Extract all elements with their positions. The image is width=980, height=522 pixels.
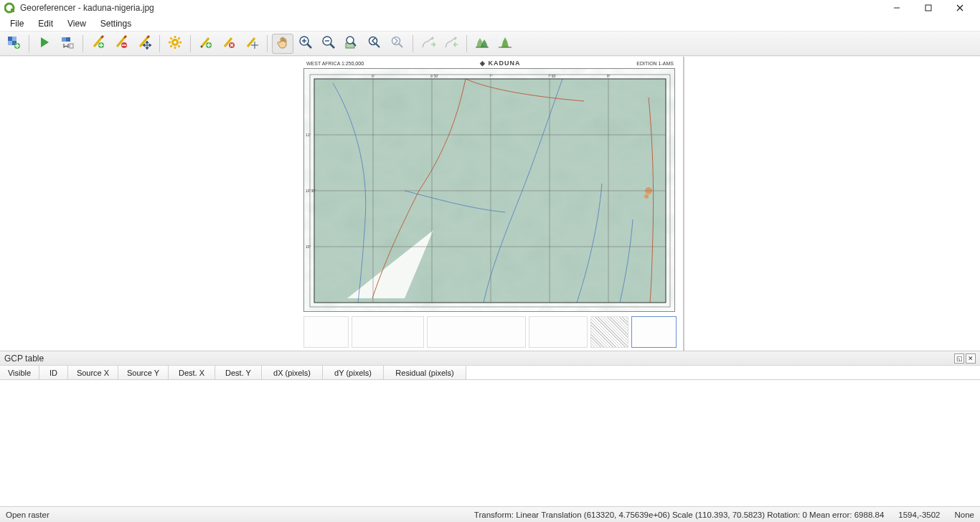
save-gcp-icon: [60, 34, 75, 53]
load-gcp-icon: [198, 34, 214, 53]
gcp-table-panel: GCP table ◱ ✕ VisibleIDSource XSource YD…: [0, 351, 980, 506]
gcp-col-visible[interactable]: Visible: [0, 366, 39, 379]
gcp-col-dest-y[interactable]: Dest. Y: [215, 366, 262, 379]
histogram-full-icon: [474, 34, 490, 53]
transformation-settings-icon: [167, 34, 183, 53]
gcp-col-source-y[interactable]: Source Y: [118, 366, 169, 379]
pan-icon: [275, 34, 291, 53]
svg-point-25: [174, 41, 176, 44]
zoom-in-button[interactable]: [295, 34, 316, 54]
svg-text:8°: 8°: [607, 74, 611, 78]
move-point-icon: [136, 34, 152, 53]
map-svg: 6°6°30'7°7°30'8° 11°10°30'10°: [303, 68, 675, 312]
maximize-button[interactable]: [913, 0, 944, 16]
svg-text:10°30': 10°30': [306, 189, 316, 193]
move-point-button[interactable]: [133, 34, 155, 54]
svg-rect-13: [70, 44, 73, 48]
zoom-next-icon: [390, 34, 405, 53]
svg-line-21: [171, 37, 172, 39]
map-header-title: ◈ KADUNA: [480, 60, 521, 67]
svg-rect-3: [925, 5, 931, 11]
svg-line-22: [178, 45, 179, 47]
toolbar: [0, 32, 980, 56]
menu-view[interactable]: View: [60, 17, 93, 30]
start-georef-icon: [37, 34, 52, 53]
menu-bar: FileEditViewSettings: [0, 16, 980, 32]
close-button[interactable]: [944, 0, 976, 16]
start-georef-button[interactable]: [34, 34, 55, 54]
minimize-button[interactable]: [881, 0, 913, 16]
gcp-table-close-button[interactable]: ✕: [966, 353, 976, 364]
svg-text:6°: 6°: [372, 74, 375, 78]
svg-point-38: [392, 37, 400, 44]
clear-gcp-button[interactable]: [241, 34, 263, 54]
link-georef-icon: [420, 34, 436, 53]
svg-rect-7: [12, 37, 17, 41]
svg-rect-6: [8, 37, 12, 41]
link-qgis-icon: [443, 34, 459, 53]
save-gcp-button[interactable]: [57, 34, 78, 54]
save-gcp-as-button[interactable]: [218, 34, 240, 54]
svg-text:7°: 7°: [489, 74, 493, 78]
map-header: WEST AFRICA 1:250,000 ◈ KADUNA EDITION 1…: [303, 58, 677, 68]
svg-rect-11: [62, 37, 66, 42]
open-raster-button[interactable]: [3, 34, 24, 54]
map-header-left: WEST AFRICA 1:250,000: [306, 61, 364, 66]
map-canvas[interactable]: WEST AFRICA 1:250,000 ◈ KADUNA EDITION 1…: [0, 56, 980, 351]
svg-rect-8: [8, 41, 12, 45]
title-bar: Georeferencer - kaduna-nigeria.jpg: [0, 0, 980, 16]
gcp-table-float-button[interactable]: ◱: [954, 353, 964, 364]
open-raster-icon: [6, 34, 22, 53]
svg-text:6°30': 6°30': [430, 74, 438, 78]
menu-settings[interactable]: Settings: [93, 17, 138, 30]
pan-button[interactable]: [272, 34, 293, 54]
clear-gcp-icon: [244, 34, 260, 53]
svg-point-48: [644, 194, 649, 199]
menu-edit[interactable]: Edit: [31, 17, 60, 30]
add-point-button[interactable]: [88, 34, 109, 54]
gcp-table-titlebar: GCP table ◱ ✕: [0, 351, 980, 366]
zoom-to-layer-icon: [344, 34, 359, 53]
gcp-col-dest-x[interactable]: Dest. X: [169, 366, 215, 379]
load-gcp-button[interactable]: [195, 34, 217, 54]
gcp-table-body[interactable]: [0, 380, 980, 506]
status-right: None: [948, 511, 975, 519]
zoom-out-button[interactable]: [318, 34, 339, 54]
delete-point-icon: [113, 34, 129, 53]
gcp-table-header: VisibleIDSource XSource YDest. XDest. Yd…: [0, 366, 980, 380]
menu-file[interactable]: File: [3, 17, 31, 30]
gcp-col-source-x[interactable]: Source X: [68, 366, 118, 379]
svg-point-26: [201, 45, 203, 47]
svg-rect-1: [11, 9, 14, 12]
zoom-last-button[interactable]: [364, 34, 385, 54]
transformation-settings-button[interactable]: [164, 34, 186, 54]
svg-line-30: [308, 44, 312, 48]
histogram-full-button[interactable]: [471, 34, 493, 54]
gcp-col-residual-pixels-[interactable]: Residual (pixels): [384, 366, 466, 379]
window-title: Georeferencer - kaduna-nigeria.jpg: [20, 3, 154, 13]
svg-text:10°: 10°: [306, 245, 311, 249]
canvas-empty-side: [683, 57, 980, 351]
map-header-right: EDITION 1-AMS: [636, 61, 674, 66]
svg-line-39: [399, 44, 402, 47]
raster-image-frame: WEST AFRICA 1:250,000 ◈ KADUNA EDITION 1…: [303, 58, 677, 348]
svg-rect-12: [66, 37, 70, 42]
svg-line-32: [331, 44, 335, 48]
save-gcp-as-icon: [221, 34, 237, 53]
svg-line-24: [178, 37, 179, 39]
histogram-local-button[interactable]: [494, 34, 516, 54]
svg-line-23: [171, 45, 172, 47]
delete-point-button[interactable]: [110, 34, 132, 54]
link-georef-button: [418, 34, 439, 54]
gcp-col-dx-pixels-[interactable]: dX (pixels): [262, 366, 323, 379]
gcp-col-dy-pixels-[interactable]: dY (pixels): [323, 366, 384, 379]
link-qgis-button: [440, 34, 462, 54]
svg-text:11°: 11°: [306, 133, 311, 137]
qgis-logo-icon: [4, 2, 16, 14]
svg-text:7°30': 7°30': [548, 74, 556, 78]
gcp-col-id[interactable]: ID: [39, 366, 68, 379]
status-bar: Open raster Transform: Linear Translatio…: [0, 506, 980, 522]
zoom-out-icon: [321, 34, 336, 53]
zoom-to-layer-button[interactable]: [341, 34, 362, 54]
zoom-next-button: [387, 34, 408, 54]
